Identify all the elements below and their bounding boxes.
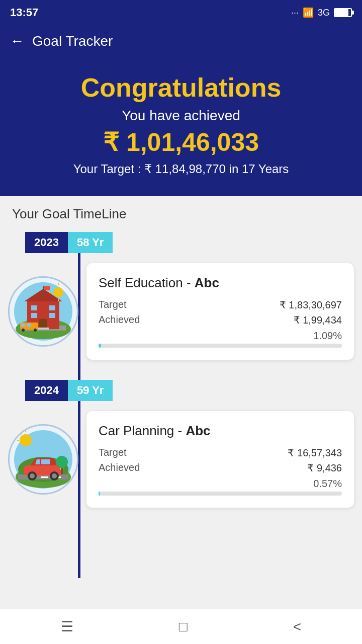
goal-icon-school (8, 276, 78, 347)
svg-rect-15 (27, 324, 31, 327)
timeline-content-row-2: Car Planning - Abc Target ₹ 16,57,343 Ac… (0, 411, 362, 508)
header-section: Congratulations You have achieved ₹ 1,01… (0, 57, 362, 196)
year-badge-row: 2023 58 Yr (0, 232, 362, 253)
svg-rect-38 (23, 467, 25, 470)
age-badge-2: 59 Yr (68, 380, 113, 401)
goal-achieved-row-2: Achieved ₹ 9,436 (99, 462, 342, 474)
network-type: 3G (318, 8, 330, 18)
year-badge-2: 2024 (25, 380, 68, 401)
signal-icon: 📶 (303, 7, 314, 18)
svg-marker-32 (41, 459, 50, 464)
svg-rect-8 (49, 305, 55, 310)
school-svg (13, 281, 73, 342)
svg-rect-9 (31, 313, 37, 318)
timeline-item: 2023 58 Yr (0, 232, 362, 360)
timeline-content-row: Self Education - Abc Target ₹ 1,83,30,69… (0, 263, 362, 360)
svg-point-41 (20, 434, 32, 446)
svg-point-18 (53, 287, 63, 297)
achieved-amount: ₹ 1,01,46,033 (15, 128, 347, 157)
status-icons: ··· 📶 3G (291, 7, 352, 18)
svg-line-44 (20, 433, 21, 435)
svg-rect-5 (43, 286, 44, 296)
progress-pct-2: 0.57% (99, 478, 342, 490)
top-bar: ← Goal Tracker (0, 25, 362, 57)
svg-point-36 (52, 473, 57, 478)
svg-rect-12 (38, 328, 49, 330)
svg-rect-14 (21, 324, 25, 327)
back-button[interactable]: ← (10, 33, 24, 49)
age-badge: 58 Yr (68, 232, 113, 253)
achieved-value-1: ₹ 1,99,434 (294, 314, 342, 326)
year-badge: 2023 (25, 232, 68, 253)
goal-card-1: Self Education - Abc Target ₹ 1,83,30,69… (86, 263, 354, 360)
target-text: Your Target : ₹ 11,84,98,770 in 17 Years (15, 162, 347, 176)
status-bar: 13:57 ··· 📶 3G (0, 0, 362, 25)
goal-name-2: Car Planning - Abc (99, 423, 342, 439)
goal-target-row-2: Target ₹ 16,57,343 (99, 447, 342, 459)
goal-name-1: Self Education - Abc (99, 275, 342, 291)
timeline-section: Your Goal TimeLine 2023 58 Yr (0, 196, 362, 588)
target-label-2: Target (99, 447, 127, 459)
goal-card-2: Car Planning - Abc Target ₹ 16,57,343 Ac… (86, 411, 354, 508)
network-dots-icon: ··· (291, 8, 299, 18)
goal-icon-car (8, 424, 78, 495)
goal-achieved-row-1: Achieved ₹ 1,99,434 (99, 314, 342, 326)
svg-point-17 (34, 329, 37, 332)
progress-bar-bg-1 (99, 344, 342, 348)
target-label-1: Target (99, 299, 127, 311)
achieved-value-2: ₹ 9,436 (307, 462, 342, 474)
car-svg (13, 429, 73, 490)
progress-bar-bg-2 (99, 492, 342, 496)
svg-point-34 (30, 473, 35, 478)
progress-bar-fill-1 (99, 344, 101, 348)
status-time: 13:57 (10, 6, 38, 19)
svg-point-16 (22, 329, 25, 332)
bottom-nav: ☰ □ < (0, 609, 362, 644)
achieved-subtitle: You have achieved (15, 108, 347, 124)
year-badge-row-2: 2024 59 Yr (0, 380, 362, 401)
goal-target-row-1: Target ₹ 1,83,30,697 (99, 299, 342, 311)
target-value-2: ₹ 16,57,343 (288, 447, 342, 459)
timeline: 2023 58 Yr (0, 232, 362, 578)
svg-rect-27 (41, 476, 48, 478)
back-nav-icon[interactable]: < (293, 619, 301, 635)
timeline-title: Your Goal TimeLine (0, 206, 362, 232)
svg-rect-6 (44, 286, 50, 290)
target-value-1: ₹ 1,83,30,697 (280, 299, 342, 311)
svg-rect-7 (31, 305, 37, 310)
battery-icon (334, 8, 352, 17)
timeline-item-2: 2024 59 Yr (0, 380, 362, 508)
svg-point-40 (56, 456, 68, 468)
menu-icon[interactable]: ☰ (61, 618, 73, 635)
page-title: Goal Tracker (32, 33, 113, 49)
home-icon[interactable]: □ (179, 619, 188, 635)
progress-pct-1: 1.09% (99, 330, 342, 342)
achieved-label-1: Achieved (99, 314, 140, 326)
svg-rect-10 (49, 313, 55, 318)
congrats-title: Congratulations (15, 72, 347, 103)
progress-bar-fill-2 (99, 492, 100, 496)
achieved-label-2: Achieved (99, 462, 140, 474)
